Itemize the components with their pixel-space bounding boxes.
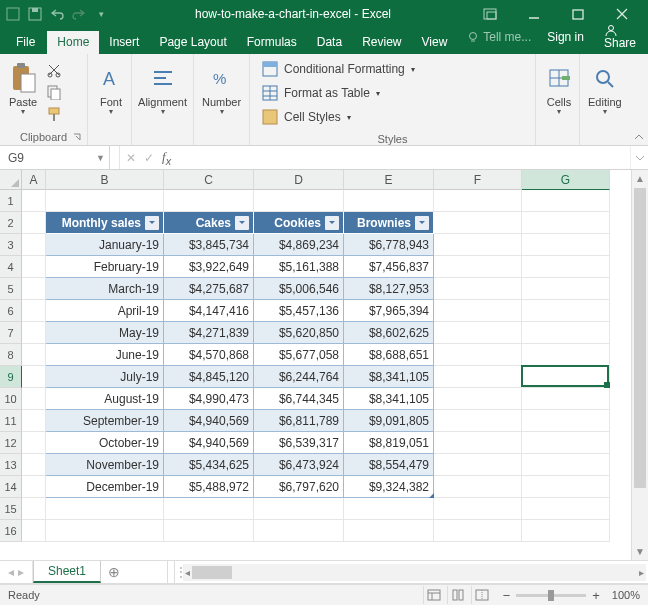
- cell[interactable]: [522, 498, 610, 520]
- table-cell[interactable]: August-19: [46, 388, 164, 410]
- cells-button[interactable]: Cells ▾: [540, 58, 578, 118]
- cell[interactable]: [434, 498, 522, 520]
- row-header[interactable]: 5: [0, 278, 22, 300]
- cell[interactable]: [522, 190, 610, 212]
- table-cell[interactable]: $3,845,734: [164, 234, 254, 256]
- column-headers[interactable]: ABCDEFG: [22, 170, 610, 190]
- vertical-scrollbar[interactable]: ▲ ▼: [631, 170, 648, 560]
- nav-prev-icon[interactable]: ◂: [8, 565, 14, 579]
- table-cell[interactable]: $9,091,805: [344, 410, 434, 432]
- table-cell[interactable]: September-19: [46, 410, 164, 432]
- cell[interactable]: [22, 190, 46, 212]
- cell[interactable]: [22, 234, 46, 256]
- table-cell[interactable]: $5,677,058: [254, 344, 344, 366]
- zoom-level[interactable]: 100%: [612, 589, 640, 601]
- cell[interactable]: [434, 388, 522, 410]
- expand-formula-icon[interactable]: [630, 146, 648, 169]
- formula-input[interactable]: [177, 146, 630, 169]
- scroll-down-icon[interactable]: ▼: [632, 543, 648, 560]
- cell[interactable]: [522, 410, 610, 432]
- column-header[interactable]: E: [344, 170, 434, 190]
- table-cell[interactable]: $6,473,924: [254, 454, 344, 476]
- zoom-slider[interactable]: [516, 594, 586, 597]
- tab-formulas[interactable]: Formulas: [237, 31, 307, 54]
- table-header[interactable]: Cookies: [254, 212, 344, 234]
- cell[interactable]: [434, 520, 522, 542]
- table-cell[interactable]: $4,869,234: [254, 234, 344, 256]
- add-sheet-button[interactable]: ⊕: [101, 564, 127, 580]
- format-painter-icon[interactable]: [46, 104, 62, 124]
- table-cell[interactable]: $6,797,620: [254, 476, 344, 498]
- cell[interactable]: [434, 190, 522, 212]
- row-headers[interactable]: 12345678910111213141516: [0, 190, 22, 560]
- scroll-left-icon[interactable]: ◂: [185, 567, 190, 578]
- cell[interactable]: [522, 520, 610, 542]
- row-header[interactable]: 14: [0, 476, 22, 498]
- tab-home[interactable]: Home: [47, 31, 99, 54]
- cell[interactable]: [522, 256, 610, 278]
- cell[interactable]: [434, 256, 522, 278]
- filter-icon[interactable]: [325, 216, 339, 230]
- row-header[interactable]: 15: [0, 498, 22, 520]
- table-header[interactable]: Cakes: [164, 212, 254, 234]
- selected-cell[interactable]: [521, 365, 609, 387]
- row-header[interactable]: 2: [0, 212, 22, 234]
- cell[interactable]: [46, 520, 164, 542]
- alignment-button[interactable]: Alignment ▾: [136, 58, 189, 118]
- table-cell[interactable]: $7,965,394: [344, 300, 434, 322]
- cell[interactable]: [434, 476, 522, 498]
- table-cell[interactable]: $5,434,625: [164, 454, 254, 476]
- cell[interactable]: [22, 212, 46, 234]
- editing-button[interactable]: Editing ▾: [584, 58, 626, 118]
- paste-button[interactable]: Paste ▾: [4, 58, 42, 118]
- scroll-thumb[interactable]: [192, 566, 232, 579]
- table-header[interactable]: Monthly sales: [46, 212, 164, 234]
- tab-insert[interactable]: Insert: [99, 31, 149, 54]
- scroll-up-icon[interactable]: ▲: [632, 170, 648, 187]
- close-icon[interactable]: [600, 0, 644, 28]
- table-cell[interactable]: May-19: [46, 322, 164, 344]
- row-header[interactable]: 9: [0, 366, 22, 388]
- table-cell[interactable]: $4,845,120: [164, 366, 254, 388]
- column-header[interactable]: D: [254, 170, 344, 190]
- nav-next-icon[interactable]: ▸: [18, 565, 24, 579]
- cell[interactable]: [434, 432, 522, 454]
- table-cell[interactable]: $3,922,649: [164, 256, 254, 278]
- cell[interactable]: [254, 190, 344, 212]
- minimize-icon[interactable]: [512, 0, 556, 28]
- table-cell[interactable]: $8,602,625: [344, 322, 434, 344]
- sheet-tab[interactable]: Sheet1: [33, 561, 101, 583]
- fx-icon[interactable]: fx: [162, 149, 171, 167]
- format-as-table-button[interactable]: Format as Table ▾: [262, 82, 380, 104]
- zoom-out-button[interactable]: −: [503, 588, 511, 603]
- tab-review[interactable]: Review: [352, 31, 411, 54]
- table-cell[interactable]: $5,457,136: [254, 300, 344, 322]
- table-cell[interactable]: February-19: [46, 256, 164, 278]
- scroll-right-icon[interactable]: ▸: [639, 567, 644, 578]
- table-cell[interactable]: $8,341,105: [344, 388, 434, 410]
- table-cell[interactable]: January-19: [46, 234, 164, 256]
- table-cell[interactable]: $4,940,569: [164, 432, 254, 454]
- horizontal-scrollbar[interactable]: ◂ ▸: [183, 564, 646, 581]
- cell[interactable]: [434, 410, 522, 432]
- name-box[interactable]: G9 ▼: [0, 146, 110, 169]
- tab-data[interactable]: Data: [307, 31, 352, 54]
- cell[interactable]: [522, 344, 610, 366]
- save-icon[interactable]: [26, 5, 44, 23]
- column-header[interactable]: A: [22, 170, 46, 190]
- cell[interactable]: [254, 520, 344, 542]
- chevron-down-icon[interactable]: ▼: [96, 153, 105, 163]
- cell[interactable]: [522, 322, 610, 344]
- row-header[interactable]: 16: [0, 520, 22, 542]
- table-cell[interactable]: $4,570,868: [164, 344, 254, 366]
- zoom-in-button[interactable]: +: [592, 588, 600, 603]
- table-header[interactable]: Brownies: [344, 212, 434, 234]
- table-cell[interactable]: $8,127,953: [344, 278, 434, 300]
- font-button[interactable]: A Font ▾: [92, 58, 130, 118]
- tell-me[interactable]: Tell me...: [461, 30, 537, 44]
- cell[interactable]: [434, 278, 522, 300]
- cell[interactable]: [522, 388, 610, 410]
- cell-styles-button[interactable]: Cell Styles ▾: [262, 106, 351, 128]
- table-cell[interactable]: December-19: [46, 476, 164, 498]
- cell[interactable]: [522, 212, 610, 234]
